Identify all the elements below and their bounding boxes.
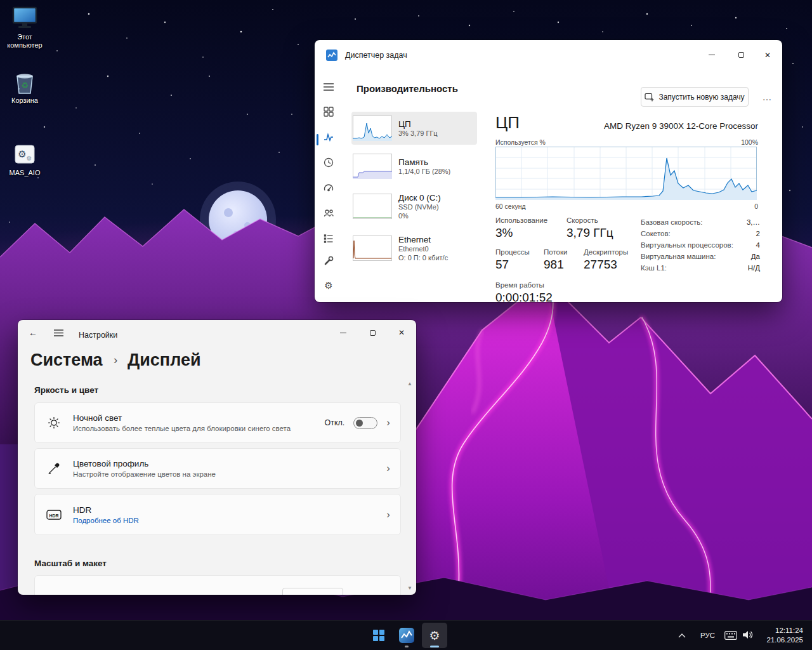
users-icon[interactable]	[323, 208, 334, 219]
processes-icon[interactable]	[323, 106, 334, 117]
desktop-icon-mas-aio[interactable]: ⚙ ⚙ MAS_AIO	[0, 140, 49, 177]
minimize-button[interactable]	[697, 40, 726, 70]
disk-mini-graph	[353, 194, 392, 219]
back-button[interactable]: ←	[23, 320, 43, 345]
stat-threads: Потоки 981	[544, 248, 567, 272]
night-light-card[interactable]: Ночной свет Использовать более теплые цв…	[34, 402, 401, 443]
window-title: Диспетчер задач	[345, 51, 407, 60]
hdr-card[interactable]: HDR HDR Подробнее об HDR ›	[34, 494, 401, 535]
stat-speed: Скорость 3,79 ГГц	[566, 216, 613, 240]
cpu-mini-graph	[353, 116, 392, 141]
taskbar-clock[interactable]: 12:11:24 21.06.2025	[766, 626, 803, 645]
volume-icon[interactable]	[742, 630, 754, 642]
info-base-speed: Базовая скорость:3,…	[641, 218, 760, 226]
breadcrumb-parent[interactable]: Система	[30, 350, 103, 370]
perf-item-memory[interactable]: Память 1,1/4,0 ГБ (28%)	[351, 150, 477, 183]
taskbar: ⚙ РУС 12:11:24 21.06.2025	[0, 620, 812, 650]
maximize-button[interactable]	[726, 40, 756, 70]
taskbar-task-manager-button[interactable]	[394, 623, 419, 648]
tm-settings-icon[interactable]: ⚙	[323, 280, 334, 291]
perf-item-ethernet[interactable]: Ethernet Ethernet0 О: 0 П: 0 кбит/с	[351, 230, 477, 267]
run-new-task-button[interactable]: Запустить новую задачу	[641, 87, 749, 107]
desktop-icon-label: Этот компьютер	[0, 33, 49, 50]
svg-text:⚙: ⚙	[27, 155, 32, 162]
task-manager-window: Диспетчер задач ✕	[315, 40, 782, 302]
stat-handles: Дескрипторы 27753	[584, 248, 628, 272]
info-l1-cache: Кэш L1:Н/Д	[641, 264, 760, 272]
graph-y-max: 100%	[741, 138, 758, 146]
close-button[interactable]: ✕	[753, 40, 782, 70]
running-indicator	[405, 646, 409, 647]
details-icon[interactable]	[323, 233, 334, 244]
section-brightness: Яркость и цвет	[34, 385, 98, 395]
breadcrumb-separator-icon: ›	[114, 353, 117, 367]
desktop-icon-recycle-bin[interactable]: ♻ Корзина	[0, 67, 49, 105]
app-history-icon[interactable]	[323, 157, 334, 168]
language-indicator[interactable]: РУС	[700, 632, 715, 639]
svg-text:♻: ♻	[21, 81, 29, 90]
scrollbar-up-icon[interactable]: ▲	[407, 381, 412, 387]
window-title: Настройки	[79, 331, 117, 340]
night-light-state: Откл.	[325, 418, 345, 427]
more-options-button[interactable]: …	[759, 87, 776, 107]
close-button[interactable]: ✕	[387, 320, 416, 345]
info-virtual-processors: Виртуальных процессоров:4	[641, 241, 760, 249]
scale-dropdown[interactable]	[282, 588, 343, 595]
services-icon[interactable]	[323, 255, 334, 267]
stat-uptime: Время работы 0:00:01:52	[495, 281, 553, 302]
page-title: Производительность	[357, 83, 458, 94]
nav-menu-icon[interactable]	[48, 320, 69, 345]
this-pc-icon	[0, 4, 49, 33]
recycle-bin-icon: ♻	[0, 67, 49, 96]
svg-text:HDR: HDR	[49, 513, 58, 517]
night-light-toggle[interactable]	[353, 417, 377, 429]
svg-text:⚙: ⚙	[18, 149, 26, 159]
scale-card[interactable]: Масштаб	[34, 575, 401, 595]
cpu-usage-graph	[495, 147, 757, 200]
perf-item-disk[interactable]: Диск 0 (C:) SSD (NVMe) 0%	[351, 188, 477, 225]
scrollbar-down-icon[interactable]: ▼	[407, 585, 412, 591]
clock-time: 12:11:24	[766, 626, 803, 635]
maximize-button[interactable]	[358, 320, 387, 345]
task-manager-app-icon	[326, 50, 337, 61]
cpu-processor-name: AMD Ryzen 9 3900X 12-Core Processor	[604, 121, 758, 131]
performance-icon[interactable]	[323, 131, 334, 143]
new-task-icon	[645, 93, 654, 102]
windows-logo-icon	[373, 630, 384, 641]
active-nav-indicator	[317, 134, 318, 145]
tray-chevron-up-icon[interactable]	[674, 627, 690, 644]
settings-window: ← Настройки ✕ Система › Дисплей Яркость …	[18, 320, 416, 595]
ethernet-mini-graph	[353, 235, 392, 261]
breadcrumb-current: Дисплей	[128, 350, 201, 370]
stat-usage: Использование 3%	[495, 216, 547, 240]
section-scale: Масштаб и макет	[34, 559, 107, 568]
cpu-detail-title: ЦП	[495, 113, 520, 133]
memory-mini-graph	[353, 154, 392, 179]
night-light-icon	[35, 416, 73, 430]
taskbar-settings-button[interactable]: ⚙	[422, 623, 447, 648]
hdr-icon: HDR	[35, 509, 73, 521]
desktop-icon-label: Корзина	[0, 96, 49, 105]
desktop-icon-label: MAS_AIO	[0, 169, 49, 177]
graph-y-label: Используется %	[495, 138, 546, 146]
chevron-right-icon: ›	[386, 462, 390, 475]
mas-aio-icon: ⚙ ⚙	[0, 140, 49, 169]
color-profile-card[interactable]: Цветовой профиль Настройте отображение ц…	[34, 448, 401, 489]
graph-x-label: 60 секунд	[495, 202, 526, 210]
hdr-learn-more-link[interactable]: Подробнее об HDR	[73, 517, 139, 524]
info-virtual-machine: Виртуальная машина:Да	[641, 253, 760, 260]
clock-date: 21.06.2025	[766, 635, 803, 645]
perf-item-cpu[interactable]: ЦП 3% 3,79 ГГц	[351, 112, 477, 145]
settings-gear-icon: ⚙	[429, 628, 440, 643]
minimize-button[interactable]	[329, 320, 358, 345]
startup-apps-icon[interactable]	[323, 182, 334, 194]
chevron-right-icon: ›	[386, 416, 390, 429]
task-manager-taskbar-icon	[399, 628, 414, 643]
active-indicator	[430, 646, 439, 647]
desktop-icon-this-pc[interactable]: Этот компьютер	[0, 4, 49, 50]
info-sockets: Сокетов:2	[641, 230, 760, 237]
keyboard-icon[interactable]	[724, 631, 737, 642]
menu-icon[interactable]	[323, 81, 334, 93]
chevron-right-icon: ›	[386, 508, 390, 521]
start-button[interactable]	[366, 623, 391, 648]
